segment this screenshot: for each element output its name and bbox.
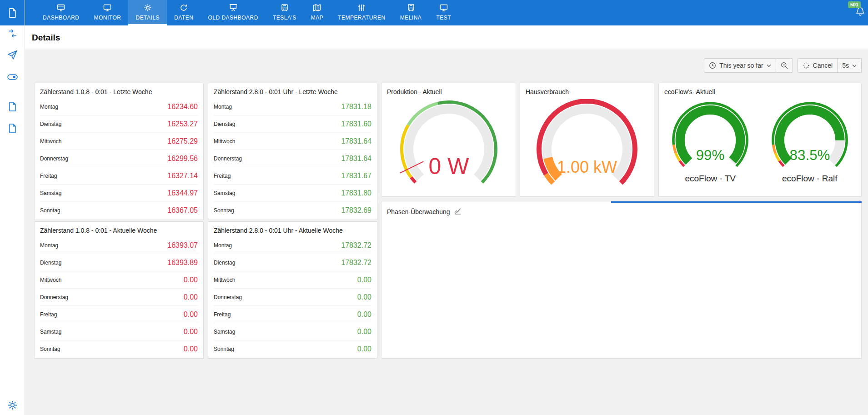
table-row: Montag16234.60 — [40, 98, 198, 115]
day-value: 0.00 — [357, 345, 371, 353]
panel-hausverbrauch: Hausverbrauch 1.00 kW — [520, 83, 654, 197]
value-table: Montag16234.60Dienstag16253.27Mittwoch16… — [35, 98, 203, 219]
table-row: Donnerstag16299.56 — [40, 150, 198, 167]
sidebar-item-send[interactable] — [0, 48, 25, 61]
day-value: 17831.60 — [341, 120, 371, 128]
tab-details[interactable]: DETAILS — [128, 0, 167, 25]
tab-temperaturen[interactable]: TEMPERATUREN — [331, 0, 392, 25]
panel-zaehlerstand-280-aktuelle-woche: Zählerstand 2.8.0 - 0:01 Uhr - Aktuelle … — [208, 221, 377, 359]
file-icon — [7, 7, 18, 19]
day-value: 17831.67 — [341, 172, 371, 180]
refresh-interval-dropdown[interactable]: 5s — [838, 58, 862, 73]
file-icon — [7, 101, 18, 112]
panel-title[interactable]: ecoFlow's- Aktuell — [659, 83, 861, 98]
time-range-picker[interactable]: This year so far — [704, 58, 776, 73]
ecoflow-tv-gauge: 99% ecoFlow - TV — [663, 98, 758, 184]
tab-label: MAP — [311, 15, 324, 21]
day-value: 16299.56 — [167, 155, 198, 163]
sidebar-item-doc-1[interactable] — [0, 100, 25, 113]
map-icon — [312, 3, 321, 12]
tab-old-dashboard[interactable]: OLD DASHBOARD — [201, 0, 266, 25]
time-controls: This year so far — [704, 58, 793, 73]
day-label: Mittwoch — [40, 277, 61, 283]
panel-title[interactable]: Produktion - Aktuell — [381, 83, 516, 98]
table-row: Freitag16327.14 — [40, 167, 198, 185]
clock-icon — [709, 62, 716, 69]
day-label: Freitag — [40, 311, 57, 318]
panel-title[interactable]: Hausverbrauch — [520, 83, 654, 98]
tab-monitor[interactable]: MONITOR — [87, 0, 129, 25]
day-label: Samstag — [40, 190, 61, 196]
sidebar-item-files-active[interactable] — [0, 0, 25, 25]
value-table: Montag17832.72Dienstag17832.72Mittwoch0.… — [208, 237, 377, 357]
table-row: Samstag17831.80 — [214, 185, 371, 202]
refresh-cancel-button[interactable]: Cancel — [798, 58, 838, 73]
tab-daten[interactable]: DATEN — [167, 0, 201, 25]
app-window: DASHBOARD MONITOR DETAILS DATEN OLD DASH… — [0, 0, 868, 415]
tab-label: OLD DASHBOARD — [208, 15, 258, 21]
table-row: Freitag0.00 — [40, 306, 198, 323]
chevron-down-icon — [852, 64, 857, 68]
day-label: Montag — [214, 242, 232, 249]
panel-title[interactable]: Zählerstand 2.8.0 - 0:01 Uhr - Aktuelle … — [208, 222, 377, 237]
panel-title[interactable]: Phasen-Überwachung — [381, 202, 861, 219]
zoom-out-icon — [781, 62, 788, 69]
gear-icon — [7, 400, 18, 411]
panel-ecoflow-aktuell: ecoFlow's- Aktuell 99% ecoFlow - TV 83.5… — [658, 83, 862, 197]
panel-title[interactable]: Zählerstand 2.8.0 - 0:01 Uhr - Letzte Wo… — [208, 83, 377, 98]
table-row: Mittwoch0.00 — [40, 271, 198, 289]
panel-title[interactable]: Zählerstand 1.0.8 - 0:01 - Aktuelle Woch… — [35, 222, 203, 237]
table-row: Montag16393.07 — [40, 237, 198, 254]
panel-title-text: Phasen-Überwachung — [387, 208, 450, 215]
time-range-label: This year so far — [719, 62, 763, 69]
tab-teslas[interactable]: TESLA'S — [266, 0, 304, 25]
panel-focus-line — [611, 201, 862, 203]
tab-map[interactable]: MAP — [304, 0, 331, 25]
gauge-label: ecoFlow - Ralf — [782, 174, 837, 184]
table-row: Sonntag0.00 — [40, 340, 198, 357]
sidebar-item-workflow[interactable] — [0, 26, 25, 40]
tab-melina[interactable]: MELINA — [393, 0, 429, 25]
table-row: Montag17831.18 — [214, 98, 371, 115]
zoom-out-button[interactable] — [776, 58, 793, 73]
sliders-icon — [357, 3, 366, 12]
svg-text:83.5%: 83.5% — [789, 147, 830, 163]
bus-icon — [280, 3, 289, 12]
main-nav: DASHBOARD MONITOR DETAILS DATEN OLD DASH… — [35, 0, 868, 25]
sidebar — [0, 0, 25, 415]
day-value: 17831.80 — [341, 189, 371, 197]
day-label: Montag — [40, 242, 58, 249]
topbar: DASHBOARD MONITOR DETAILS DATEN OLD DASH… — [25, 0, 868, 25]
table-row: Dienstag17832.72 — [214, 254, 371, 271]
panel-zaehlerstand-108-aktuelle-woche: Zählerstand 1.0.8 - 0:01 - Aktuelle Woch… — [34, 221, 204, 359]
spinner-icon — [803, 62, 810, 69]
refresh-interval-label: 5s — [842, 62, 849, 69]
dashboard-toolbar: This year so far Cancel 5s — [704, 58, 862, 73]
tab-dashboard[interactable]: DASHBOARD — [35, 0, 87, 25]
tab-label: TEMPERATUREN — [338, 15, 385, 21]
day-label: Dienstag — [214, 260, 235, 266]
table-row: Donnerstag17831.64 — [214, 150, 371, 167]
tab-label: DATEN — [174, 15, 193, 21]
table-row: Donnerstag0.00 — [214, 289, 371, 306]
day-value: 16393.89 — [167, 259, 198, 267]
day-label: Donnerstag — [214, 294, 242, 300]
sidebar-item-toggle[interactable] — [0, 70, 25, 84]
sidebar-settings-button[interactable] — [0, 398, 25, 412]
day-value: 0.00 — [184, 276, 198, 284]
table-row: Sonntag0.00 — [214, 340, 371, 357]
day-value: 17832.72 — [341, 241, 371, 250]
panel-title[interactable]: Zählerstand 1.0.8 - 0:01 - Letzte Woche — [35, 83, 203, 98]
day-value: 0.00 — [184, 345, 198, 353]
value-table: Montag16393.07Dienstag16393.89Mittwoch0.… — [35, 237, 203, 357]
notification-count-badge: 501 — [848, 1, 861, 8]
send-icon — [7, 49, 18, 60]
chevron-down-icon — [767, 64, 771, 68]
bus-icon — [406, 3, 416, 12]
day-value: 17831.18 — [341, 103, 371, 111]
table-row: Mittwoch0.00 — [214, 271, 371, 289]
panel-produktion-aktuell: Produktion - Aktuell 0 W — [381, 83, 516, 197]
day-label: Samstag — [40, 329, 61, 335]
tab-test[interactable]: TEST — [429, 0, 458, 25]
sidebar-item-doc-2[interactable] — [0, 121, 25, 135]
